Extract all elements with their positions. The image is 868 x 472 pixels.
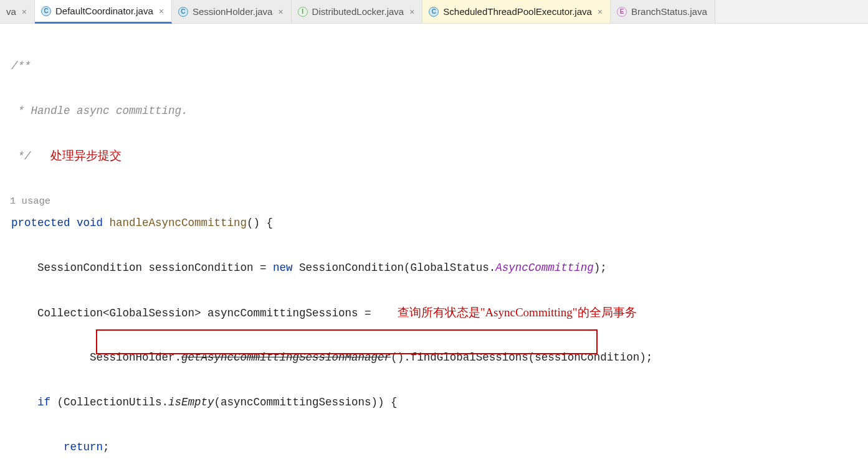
- annotation: 处理异步提交: [50, 149, 122, 162]
- annotation: 查询所有状态是"AsyncCommitting"的全局事务: [398, 306, 637, 319]
- tab-label: DefaultCoordinator.java: [55, 6, 153, 16]
- tab-label: BranchStatus.java: [631, 6, 707, 17]
- enum-icon: E: [617, 7, 627, 17]
- tab-label: ScheduledThreadPoolExecutor.java: [443, 6, 592, 17]
- comment: */: [11, 150, 31, 163]
- tab-label: DistributedLocker.java: [312, 6, 404, 17]
- close-icon[interactable]: ×: [278, 7, 283, 17]
- close-icon[interactable]: ×: [22, 7, 27, 17]
- tab-scheduled-executor[interactable]: C ScheduledThreadPoolExecutor.java ×: [422, 0, 611, 23]
- close-icon[interactable]: ×: [409, 7, 414, 17]
- code-editor[interactable]: /** * Handle async committing. */ 处理异步提交…: [0, 24, 868, 472]
- comment: * Handle async committing.: [11, 105, 188, 117]
- editor-tabs: va × C DefaultCoordinator.java × C Sessi…: [0, 0, 868, 24]
- comment: /**: [11, 60, 31, 72]
- interface-icon: I: [298, 7, 308, 17]
- tab-branch-status[interactable]: E BranchStatus.java: [611, 0, 715, 23]
- usage-hint[interactable]: 1 usage: [10, 196, 50, 207]
- class-icon: C: [429, 7, 439, 17]
- tab-label: SessionHolder.java: [193, 6, 272, 17]
- tab-label: va: [6, 6, 16, 17]
- close-icon[interactable]: ×: [159, 6, 164, 16]
- tab-partial[interactable]: va ×: [0, 0, 35, 23]
- class-icon: C: [178, 7, 188, 17]
- class-icon: C: [41, 6, 51, 16]
- tab-session-holder[interactable]: C SessionHolder.java ×: [172, 0, 292, 23]
- tab-distributed-locker[interactable]: I DistributedLocker.java ×: [292, 0, 423, 23]
- highlight-box: [96, 329, 598, 354]
- close-icon[interactable]: ×: [598, 7, 603, 17]
- tab-default-coordinator[interactable]: C DefaultCoordinator.java ×: [35, 0, 172, 24]
